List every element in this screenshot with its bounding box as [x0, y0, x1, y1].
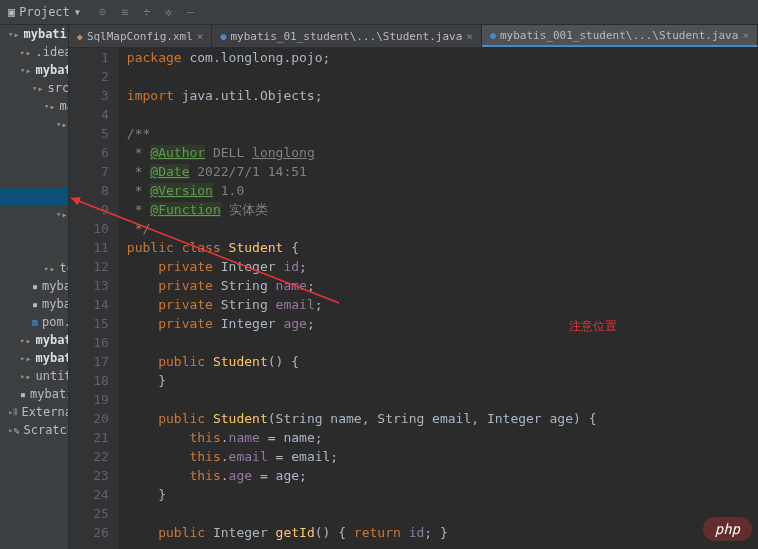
gear-icon[interactable]: ✲: [165, 5, 179, 19]
tree-row[interactable]: ▾▸longlong: [0, 151, 69, 169]
line-gutter: 1234567891011121314151617181920212223242…: [69, 48, 119, 549]
close-icon[interactable]: ×: [466, 30, 473, 43]
tree-row[interactable]: ▾▸mybatis_01_student[mybatis]: [0, 61, 68, 79]
tree-row[interactable]: ▸▸mybatis_001_student: [0, 331, 68, 349]
file-m-icon: m: [32, 317, 38, 328]
project-toolbar: ▣ Project ▾ ⊙ ≡ ÷ ✲ —: [0, 0, 758, 25]
tree-row[interactable]: ▸⫴External Libraries: [0, 403, 68, 421]
tree-row[interactable]: ▸✎Scratches and Consoles: [0, 421, 68, 439]
tree-row[interactable]: ▸▸.idea: [0, 43, 68, 61]
watermark-badge: php: [703, 517, 752, 541]
code-line[interactable]: }: [127, 371, 758, 390]
tree-row[interactable]: mpom.xml: [0, 313, 68, 331]
close-icon[interactable]: ×: [197, 30, 204, 43]
tree-row[interactable]: ▸▸test: [0, 259, 68, 277]
line-number: 3: [69, 86, 109, 105]
code-line[interactable]: this.email = email;: [127, 447, 758, 466]
line-number: 8: [69, 181, 109, 200]
hide-icon[interactable]: —: [187, 5, 201, 19]
folder-icon: ▸: [25, 353, 31, 364]
tree-item-label: .idea: [35, 45, 68, 59]
line-number: 22: [69, 447, 109, 466]
code-line[interactable]: private Integer age;: [127, 314, 758, 333]
file-icon: ▪: [20, 389, 26, 400]
tree-row[interactable]: ▾▸pojo: [0, 169, 69, 187]
code-content[interactable]: package com.longlong.pojo;import java.ut…: [119, 48, 758, 549]
editor-tab[interactable]: ●mybatis_001_student\...\Student.java×: [482, 25, 758, 47]
code-line[interactable]: [127, 390, 758, 409]
code-line[interactable]: private Integer id;: [127, 257, 758, 276]
tree-item-label: mybatis_002_user: [35, 351, 68, 365]
tree-item-label: pom.xml: [42, 315, 69, 329]
folder-icon: ▸: [25, 65, 31, 76]
tree-row[interactable]: ▪SqlMapConfig.xml: [0, 241, 69, 259]
line-number: 11: [69, 238, 109, 257]
code-line[interactable]: public Student(String name, String email…: [127, 409, 758, 428]
project-dropdown[interactable]: ▣ Project ▾: [4, 3, 85, 21]
tree-row[interactable]: ▾▸main: [0, 97, 68, 115]
code-line[interactable]: [127, 67, 758, 86]
tree-row[interactable]: ▪jdbc.properties: [0, 223, 69, 241]
tree-row[interactable]: CStudent: [0, 187, 69, 205]
folder-icon: ▸: [13, 29, 19, 40]
locate-icon[interactable]: ⊙: [99, 5, 113, 19]
file-type-icon: ◆: [77, 31, 83, 42]
tree-row[interactable]: ▪mybatis_01_student.iml: [0, 295, 68, 313]
expand-icon[interactable]: ≡: [121, 5, 135, 19]
code-line[interactable]: private String name;: [127, 276, 758, 295]
folder-icon: ▸: [25, 371, 31, 382]
folder-icon: ▸: [37, 83, 43, 94]
close-icon[interactable]: ×: [742, 29, 749, 42]
code-line[interactable]: }: [127, 485, 758, 504]
line-number: 19: [69, 390, 109, 409]
code-line[interactable]: /**: [127, 124, 758, 143]
line-number: 18: [69, 371, 109, 390]
tree-item-label: External Libraries: [21, 405, 68, 419]
tree-row[interactable]: ▾▸com: [0, 133, 68, 151]
code-line[interactable]: public Student() {: [127, 352, 758, 371]
code-line[interactable]: [127, 504, 758, 523]
tree-row[interactable]: ▪mybatis.iml: [0, 277, 68, 295]
line-number: 23: [69, 466, 109, 485]
line-number: 12: [69, 257, 109, 276]
tree-row[interactable]: ▪mybatisall2.iml: [0, 385, 68, 403]
line-number: 5: [69, 124, 109, 143]
code-line[interactable]: [127, 333, 758, 352]
editor-tabs: ◆SqlMapConfig.xml×●mybatis_01_student\..…: [69, 25, 758, 48]
project-label: Project: [19, 5, 70, 19]
toolbar-icons: ⊙ ≡ ÷ ✲ —: [99, 5, 201, 19]
editor-tab[interactable]: ◆SqlMapConfig.xml×: [69, 25, 213, 47]
line-number: 9: [69, 200, 109, 219]
tab-label: SqlMapConfig.xml: [87, 30, 193, 43]
code-line[interactable]: private String email;: [127, 295, 758, 314]
tree-item-label: test: [59, 261, 68, 275]
folder-icon: ▸: [61, 209, 67, 220]
code-line[interactable]: import java.util.Objects;: [127, 86, 758, 105]
line-number: 1: [69, 48, 109, 67]
tree-row[interactable]: ▾▸src: [0, 79, 68, 97]
tree-row[interactable]: ▾▸mybatisall2D:\JAVA\mybatisall2: [0, 25, 68, 43]
tree-row[interactable]: ▾▸resources: [0, 205, 68, 223]
code-line[interactable]: * @Function 实体类: [127, 200, 758, 219]
code-line[interactable]: this.age = age;: [127, 466, 758, 485]
code-line[interactable]: * @Date 2022/7/1 14:51: [127, 162, 758, 181]
code-line[interactable]: public Integer getId() { return id; }: [127, 523, 758, 542]
tab-label: mybatis_001_student\...\Student.java: [500, 29, 738, 42]
code-line[interactable]: this.name = name;: [127, 428, 758, 447]
line-number: 26: [69, 523, 109, 542]
line-number: 20: [69, 409, 109, 428]
collapse-icon[interactable]: ÷: [143, 5, 157, 19]
code-editor[interactable]: 1234567891011121314151617181920212223242…: [69, 48, 758, 549]
tree-row[interactable]: ▸▸mybatis_002_user: [0, 349, 68, 367]
code-line[interactable]: public class Student {: [127, 238, 758, 257]
tree-row[interactable]: ▾▸java: [0, 115, 68, 133]
code-line[interactable]: */: [127, 219, 758, 238]
file-icon: ▪: [32, 281, 38, 292]
editor-tab[interactable]: ●mybatis_01_student\...\Student.java×: [212, 25, 481, 47]
code-line[interactable]: [127, 105, 758, 124]
code-line[interactable]: * @Author DELL longlong: [127, 143, 758, 162]
tree-row[interactable]: ▸▸untitled: [0, 367, 68, 385]
code-line[interactable]: package com.longlong.pojo;: [127, 48, 758, 67]
line-number: 10: [69, 219, 109, 238]
code-line[interactable]: * @Version 1.0: [127, 181, 758, 200]
